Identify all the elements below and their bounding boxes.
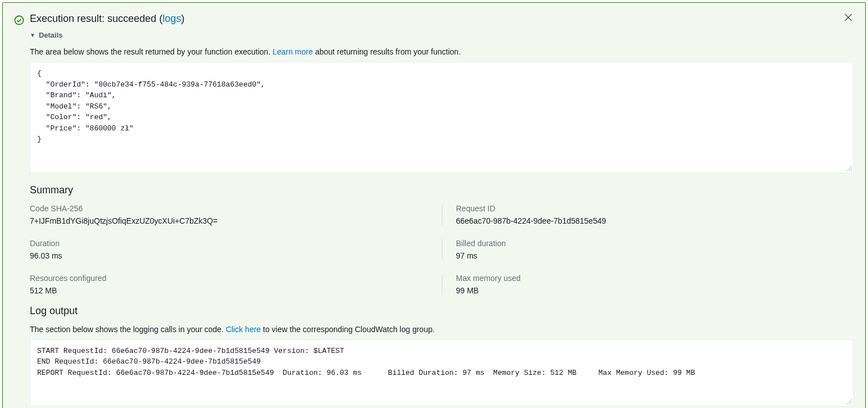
caret-down-icon: ▼ [30, 32, 35, 38]
details-toggle[interactable]: ▼ Details [30, 31, 854, 39]
logs-link[interactable]: logs [162, 13, 181, 24]
learn-more-link[interactable]: Learn more [273, 47, 313, 56]
result-json-text: { "OrderId": "80cb7e34-f755-484c-939a-77… [37, 69, 265, 143]
click-here-link[interactable]: Click here [226, 325, 261, 334]
billed-duration-value: 97 ms [456, 251, 854, 260]
log-output-block[interactable]: START RequestId: 66e6ac70-987b-4224-9dee… [30, 339, 854, 407]
execution-result-panel: Execution result: succeeded (logs) ▼ Det… [2, 2, 866, 408]
summary-request-id: Request ID 66e6ac70-987b-4224-9dee-7b1d5… [442, 204, 854, 225]
result-description-before: The area below shows the result returned… [30, 47, 273, 56]
duration-value: 96.03 ms [30, 251, 442, 260]
svg-line-3 [847, 166, 852, 171]
svg-line-5 [851, 170, 852, 171]
summary-code-sha: Code SHA-256 7+IJFmB1dYGi8juQtzjsOfiqExz… [30, 204, 442, 225]
details-label: Details [39, 31, 63, 39]
max-mem-label: Max memory used [456, 274, 854, 283]
code-sha-label: Code SHA-256 [30, 204, 442, 213]
summary-title: Summary [30, 184, 854, 196]
summary-grid: Code SHA-256 7+IJFmB1dYGi8juQtzjsOfiqExz… [30, 204, 854, 295]
log-output-description: The section below shows the logging call… [30, 325, 854, 334]
summary-billed-duration: Billed duration 97 ms [442, 239, 854, 260]
resources-value: 512 MB [30, 286, 442, 295]
max-mem-value: 99 MB [456, 286, 854, 295]
result-description-after: about returning results from your functi… [313, 47, 461, 56]
svg-line-4 [849, 168, 852, 171]
log-output-text: START RequestId: 66e6ac70-987b-4224-9dee… [37, 347, 695, 377]
duration-label: Duration [30, 239, 442, 248]
success-check-icon [14, 15, 24, 25]
request-id-label: Request ID [456, 204, 854, 213]
summary-resources: Resources configured 512 MB [30, 274, 442, 295]
resize-grip-icon [845, 164, 853, 172]
log-desc-after: to view the corresponding CloudWatch log… [261, 325, 435, 334]
close-icon [844, 13, 853, 22]
svg-point-2 [15, 16, 23, 24]
billed-duration-label: Billed duration [456, 239, 854, 248]
resize-grip-icon [845, 397, 853, 405]
code-sha-value: 7+IJFmB1dYGi8juQtzjsOfiqExzUZ0ycXUi+C7bZ… [30, 216, 442, 225]
svg-line-7 [849, 401, 852, 405]
result-json-block[interactable]: { "OrderId": "80cb7e34-f755-484c-939a-77… [30, 62, 854, 173]
resources-label: Resources configured [30, 274, 442, 283]
title-prefix: Execution result: succeeded ( [30, 13, 162, 24]
log-desc-before: The section below shows the logging call… [30, 325, 226, 334]
svg-line-6 [847, 399, 852, 405]
execution-result-title: Execution result: succeeded (logs) [30, 13, 184, 25]
svg-line-8 [851, 404, 852, 405]
result-description: The area below shows the result returned… [30, 47, 854, 56]
title-suffix: ) [181, 13, 184, 24]
close-button[interactable] [842, 11, 855, 24]
summary-duration: Duration 96.03 ms [30, 239, 442, 260]
log-output-title: Log output [30, 305, 854, 317]
summary-max-memory: Max memory used 99 MB [442, 274, 854, 295]
request-id-value: 66e6ac70-987b-4224-9dee-7b1d5815e549 [456, 216, 854, 225]
